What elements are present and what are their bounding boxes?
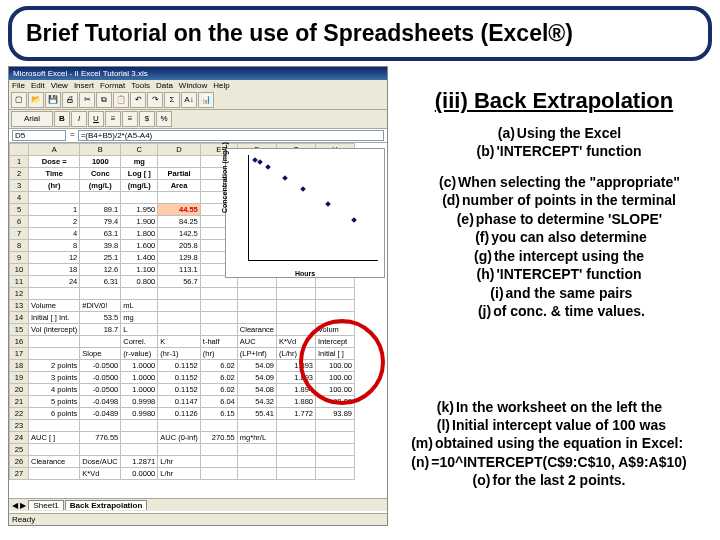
cell[interactable] (29, 420, 80, 432)
row-header[interactable]: 10 (10, 264, 29, 276)
cell[interactable]: Clearance (237, 324, 276, 336)
cell[interactable]: 18 (29, 264, 80, 276)
cell[interactable]: 0.9980 (121, 408, 158, 420)
cell[interactable]: 1.880 (276, 396, 315, 408)
cell[interactable]: (LP+Inf) (237, 348, 276, 360)
cell[interactable]: Area (158, 180, 201, 192)
currency-icon[interactable]: $ (139, 111, 155, 127)
print-icon[interactable]: 🖨 (62, 92, 78, 108)
align-left-icon[interactable]: ≡ (105, 111, 121, 127)
cell[interactable]: L/hr (158, 468, 201, 480)
excel-toolbar-2[interactable]: Arial B I U ≡ ≡ $ % (9, 110, 387, 129)
formula-bar[interactable]: D5 = =(B4+B5)/2*(A5-A4) (9, 129, 387, 143)
row-header[interactable]: 1 (10, 156, 29, 168)
row-header[interactable]: 6 (10, 216, 29, 228)
name-box[interactable]: D5 (12, 130, 66, 141)
cell[interactable] (315, 432, 354, 444)
cell[interactable] (315, 288, 354, 300)
cell[interactable]: 6.02 (200, 372, 237, 384)
cell[interactable]: 142.5 (158, 228, 201, 240)
cell[interactable]: (r-value) (121, 348, 158, 360)
copy-icon[interactable]: ⧉ (96, 92, 112, 108)
cell[interactable]: AUC (237, 336, 276, 348)
cell[interactable]: 100.00 (315, 372, 354, 384)
cell[interactable] (200, 288, 237, 300)
cell[interactable]: 1.0000 (121, 360, 158, 372)
cell[interactable]: 1 (29, 204, 80, 216)
cell[interactable]: 0.1152 (158, 372, 201, 384)
chart-icon[interactable]: 📊 (198, 92, 214, 108)
cell[interactable] (200, 420, 237, 432)
cell[interactable]: 79.4 (80, 216, 121, 228)
cell[interactable] (158, 420, 201, 432)
cell[interactable] (276, 300, 315, 312)
cell[interactable] (29, 288, 80, 300)
sheet-tab[interactable]: Sheet1 (28, 500, 63, 510)
col-header[interactable]: A (29, 144, 80, 156)
cell[interactable]: 54.09 (237, 372, 276, 384)
cell[interactable]: -0.0489 (80, 408, 121, 420)
row-header[interactable]: 27 (10, 468, 29, 480)
spreadsheet-grid[interactable]: ABCDEFGH1Dose =1000mg2TimeConcLog [ ]Par… (9, 143, 387, 480)
cell[interactable] (80, 192, 121, 204)
cell[interactable]: 8 (29, 240, 80, 252)
cell[interactable]: 12 (29, 252, 80, 264)
cell[interactable]: Clearance (29, 456, 80, 468)
row-header[interactable]: 12 (10, 288, 29, 300)
cell[interactable]: 4 points (29, 384, 80, 396)
menu-window[interactable]: Window (179, 81, 207, 90)
cell[interactable]: Time (29, 168, 80, 180)
sum-icon[interactable]: Σ (164, 92, 180, 108)
cell[interactable]: 0.9998 (121, 396, 158, 408)
cell[interactable]: 6.02 (200, 360, 237, 372)
cell[interactable] (29, 468, 80, 480)
cell[interactable]: Conc (80, 168, 121, 180)
cell[interactable] (276, 288, 315, 300)
cell[interactable]: (mg/L) (80, 180, 121, 192)
font-selector[interactable]: Arial (11, 111, 53, 127)
cell[interactable] (315, 468, 354, 480)
cell[interactable]: 98.80 (315, 396, 354, 408)
cell[interactable] (237, 312, 276, 324)
undo-icon[interactable]: ↶ (130, 92, 146, 108)
align-center-icon[interactable]: ≡ (122, 111, 138, 127)
cut-icon[interactable]: ✂ (79, 92, 95, 108)
cell[interactable]: Volume (29, 300, 80, 312)
cell[interactable]: t-half (200, 336, 237, 348)
cell[interactable]: 0.1147 (158, 396, 201, 408)
cell[interactable]: L/hr (158, 456, 201, 468)
cell[interactable] (121, 432, 158, 444)
cell[interactable]: 55.41 (237, 408, 276, 420)
row-header[interactable]: 21 (10, 396, 29, 408)
cell[interactable] (237, 300, 276, 312)
cell[interactable]: -0.0500 (80, 384, 121, 396)
excel-menubar[interactable]: FileEditViewInsertFormatToolsDataWindowH… (9, 80, 387, 91)
menu-help[interactable]: Help (213, 81, 229, 90)
cell[interactable]: 100.00 (315, 360, 354, 372)
row-header[interactable]: 25 (10, 444, 29, 456)
cell[interactable]: 6 points (29, 408, 80, 420)
cell[interactable]: 2 (29, 216, 80, 228)
cell[interactable] (315, 420, 354, 432)
cell[interactable]: Dose/AUC (80, 456, 121, 468)
cell[interactable] (200, 312, 237, 324)
cell[interactable] (80, 420, 121, 432)
cell[interactable]: 1.772 (276, 408, 315, 420)
underline-icon[interactable]: U (88, 111, 104, 127)
cell[interactable]: 56.7 (158, 276, 201, 288)
cell[interactable]: 6.04 (200, 396, 237, 408)
cell[interactable]: Slope (80, 348, 121, 360)
cell[interactable]: Dose = (29, 156, 80, 168)
cell[interactable]: 39.8 (80, 240, 121, 252)
cell[interactable] (121, 420, 158, 432)
cell[interactable] (200, 468, 237, 480)
cell[interactable] (237, 456, 276, 468)
cell[interactable]: 5 points (29, 396, 80, 408)
cell[interactable]: 113.1 (158, 264, 201, 276)
cell[interactable]: 1.0000 (121, 384, 158, 396)
cell[interactable]: 1.893 (276, 360, 315, 372)
sort-icon[interactable]: A↓ (181, 92, 197, 108)
cell[interactable]: 4 (29, 228, 80, 240)
cell[interactable] (276, 324, 315, 336)
cell[interactable]: 1.800 (121, 228, 158, 240)
